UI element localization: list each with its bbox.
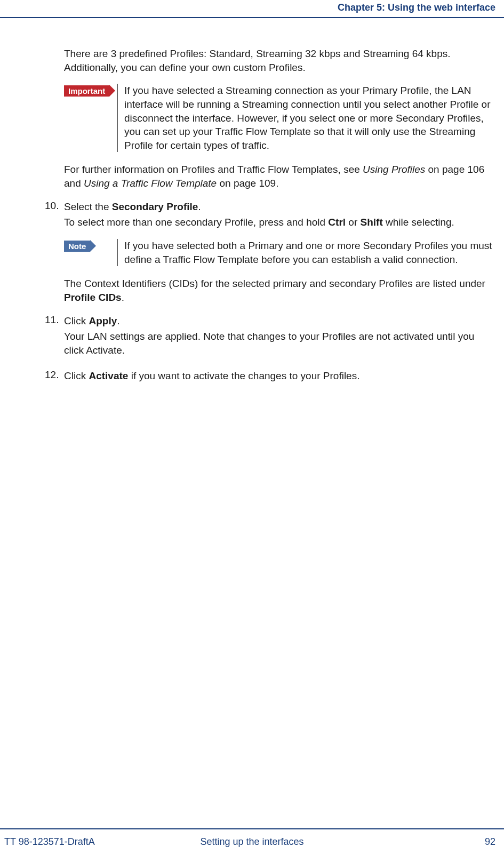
reference-link: Using a Traffic Flow Template <box>84 178 217 189</box>
step-line: The Context Identifiers (CIDs) for the s… <box>64 277 496 304</box>
text: Select the <box>64 201 112 212</box>
step-number: 10. <box>45 200 64 305</box>
text-bold: Profile CIDs <box>64 292 122 303</box>
text: . <box>117 315 119 326</box>
step-body: Click Activate if you want to activate t… <box>64 369 496 385</box>
text-bold: Shift <box>361 217 383 228</box>
important-tag-icon: Important <box>64 85 115 97</box>
step-11: 11. Click Apply. Your LAN settings are a… <box>64 314 496 359</box>
step-10: 10. Select the Secondary Profile. To sel… <box>64 200 496 305</box>
reference-paragraph: For further information on Profiles and … <box>64 163 496 190</box>
text: The Context Identifiers (CIDs) for the s… <box>64 278 485 289</box>
page-footer: TT 98-123571-DraftA Setting up the inter… <box>0 836 504 848</box>
chevron-right-icon <box>109 85 115 97</box>
reference-link: Using Profiles <box>363 164 425 175</box>
step-body: Select the Secondary Profile. To select … <box>64 200 496 305</box>
text: while selecting. <box>383 217 454 228</box>
step-line: Click Activate if you want to activate t… <box>64 369 496 383</box>
callout-tag-wrap: Important <box>64 84 117 152</box>
text: Click <box>64 315 89 326</box>
step-number: 11. <box>45 314 64 359</box>
text: Additionally, you can define your own cu… <box>64 62 306 73</box>
text: Click <box>64 370 89 381</box>
callout-tag-wrap: Note <box>64 239 117 266</box>
step-number: 12. <box>45 369 64 385</box>
text: To select more than one secondary Profil… <box>64 217 328 228</box>
step-line: Your LAN settings are applied. Note that… <box>64 330 496 357</box>
intro-paragraph: There are 3 predefined Profiles: Standar… <box>64 47 496 74</box>
important-callout-body: If you have selected a Streaming connect… <box>117 84 496 152</box>
header-rule <box>0 17 504 18</box>
chapter-title: Chapter 5: Using the web interface <box>338 2 495 13</box>
note-callout: Note If you have selected both a Primary… <box>64 239 496 266</box>
text-bold: Activate <box>89 370 128 381</box>
chevron-right-icon <box>90 240 96 252</box>
important-tag-label: Important <box>64 85 109 97</box>
text-bold: Ctrl <box>328 217 346 228</box>
note-tag-label: Note <box>64 241 90 252</box>
footer-page-number: 92 <box>485 836 495 848</box>
note-callout-body: If you have selected both a Primary and … <box>117 239 496 266</box>
step-body: Click Apply. Your LAN settings are appli… <box>64 314 496 359</box>
text: on page 109. <box>217 178 278 189</box>
page: Chapter 5: Using the web interface There… <box>0 0 504 855</box>
text-bold: Secondary Profile <box>112 201 198 212</box>
text: . <box>122 292 124 303</box>
step-line: Select the Secondary Profile. <box>64 200 496 214</box>
footer-doc-id: TT 98-123571-DraftA <box>4 836 95 848</box>
important-callout: Important If you have selected a Streami… <box>64 84 496 152</box>
text: or <box>346 217 360 228</box>
text: . <box>198 201 201 212</box>
step-line: Click Apply. <box>64 314 496 328</box>
text: There are 3 predefined Profiles: Standar… <box>64 48 451 59</box>
note-tag-icon: Note <box>64 240 96 252</box>
footer-rule <box>0 828 504 829</box>
step-12: 12. Click Activate if you want to activa… <box>64 369 496 385</box>
step-line: To select more than one secondary Profil… <box>64 215 496 229</box>
text-bold: Apply <box>89 315 117 326</box>
content-area: There are 3 predefined Profiles: Standar… <box>64 47 496 385</box>
text: if you want to activate the changes to y… <box>128 370 359 381</box>
text: For further information on Profiles and … <box>64 164 363 175</box>
